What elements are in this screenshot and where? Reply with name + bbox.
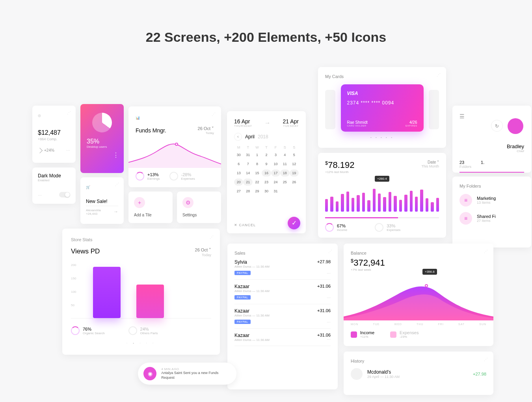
history-meta: 29 April — 11:30 AM [367, 375, 400, 379]
add-tile-card[interactable]: + Add a Tile [128, 192, 173, 223]
cal-day[interactable]: 7 [243, 160, 252, 168]
settings-label: Settings [182, 213, 216, 217]
cal-day[interactable]: 24 [271, 179, 280, 186]
cal-day[interactable]: 1 [253, 151, 262, 158]
sale-row[interactable]: KazaarAlllen Durss — 11:30 AM+31.06⋯ [234, 329, 331, 346]
sale-row[interactable]: KazaarAlllen Durss — 11:30 AM+31.06PAYPA… [234, 304, 331, 329]
gear-icon: ⚙ [182, 197, 193, 208]
drag-icon[interactable]: ⋰ [210, 235, 214, 239]
cal-day[interactable]: 6 [234, 160, 243, 168]
more-icon[interactable]: ⋯ [327, 320, 331, 324]
cal-day[interactable]: 18 [280, 169, 289, 177]
folder-item[interactable]: ≡Marketing13 Items [459, 194, 524, 207]
grid-tick: 100 [71, 290, 76, 294]
drag-icon[interactable]: ⋰ [328, 249, 332, 253]
drag-icon[interactable]: ⋰ [484, 249, 488, 253]
more-icon[interactable]: ⋯ [66, 148, 70, 153]
more-icon[interactable]: ⋯ [327, 296, 331, 300]
cal-day[interactable]: 11 [280, 160, 289, 168]
more-vert-icon[interactable]: ⋮ [113, 151, 119, 159]
date-filter-button[interactable]: Date ˅ [428, 160, 439, 164]
basket-icon: 🛒 [86, 185, 90, 189]
cal-day[interactable]: 10 [271, 160, 280, 168]
my-folders-title: My Folders [459, 184, 524, 188]
cal-day[interactable]: 13 [234, 169, 243, 177]
sales-title: Sales [234, 251, 331, 255]
drag-icon[interactable]: ⋰ [212, 112, 216, 116]
new-sale-card[interactable]: 🛒 ⋰ New Sale! Alexandria+24,443 → [80, 177, 124, 224]
cal-day[interactable]: 3 [271, 151, 280, 158]
cal-day[interactable]: 2 [262, 151, 271, 158]
cal-day[interactable]: 4 [280, 151, 289, 158]
more-icon[interactable]: ⋯ [327, 271, 331, 275]
kpi-value: 12,487 [38, 129, 61, 136]
cal-day[interactable]: 16 [262, 169, 271, 177]
cal-day[interactable]: 28 [243, 188, 252, 195]
cal-day[interactable]: 31 [271, 188, 280, 195]
date-to: 21 Apr [283, 118, 299, 125]
drag-icon[interactable]: ⋰ [484, 357, 488, 361]
avatar[interactable] [508, 118, 523, 134]
balance-tooltip: +356.8 [422, 269, 437, 275]
date-from: 16 Apr [234, 118, 252, 125]
card-next[interactable] [429, 90, 439, 129]
funds-sparkline [128, 140, 221, 168]
pager-dots[interactable]: · • · · · [71, 341, 211, 345]
refresh-icon[interactable]: ↻ [491, 120, 503, 132]
sale-row[interactable]: KazaarAlllen Durss — 11:30 AM+31.06PAYPA… [234, 280, 331, 304]
grid-tick: 50 [71, 303, 74, 307]
cal-day[interactable]: 30 [262, 188, 271, 195]
sale-row[interactable]: SylviaAlllen Durss — 11:30 AM+27.98PAYPA… [234, 255, 331, 280]
new-sale-amt: +24,443 [86, 212, 97, 216]
chart-tooltip: +280.4 [375, 176, 389, 182]
kpi-sub: +864 Comp. [38, 137, 70, 141]
balance-title: Balance [351, 251, 486, 255]
more-icon[interactable]: ⋯ [38, 193, 42, 197]
cal-day[interactable]: 9 [262, 160, 271, 168]
profile-name: Bradley [459, 143, 524, 149]
cal-day[interactable]: 26 [290, 179, 299, 186]
drag-icon[interactable]: ⋰ [437, 73, 441, 77]
cal-day[interactable]: 17 [271, 169, 280, 177]
drag-icon: ⋰ [115, 182, 119, 186]
confirm-button[interactable]: ✓ [288, 217, 300, 229]
cancel-button[interactable]: ✕ CANCEL [234, 223, 256, 227]
cal-day[interactable]: 14 [243, 169, 252, 177]
settings-card[interactable]: ⚙ Settings [177, 192, 221, 223]
calendar-grid[interactable]: MTWTFSS303112345678910111213141516171819… [234, 145, 299, 195]
notification-pill[interactable]: ◉ 4 MIN AGO Antalya Saint Sent you a new… [138, 363, 236, 385]
credit-card[interactable]: VISA 2374 **** **** 0094 Rae ShmidtCARD … [341, 84, 424, 132]
calendar-month: April [245, 134, 255, 140]
store-date-btn[interactable]: 26 Oct ˅ [195, 248, 211, 252]
drag-icon[interactable]: ⋰ [67, 110, 71, 115]
arrow-right-icon: → [113, 209, 118, 214]
cal-day[interactable]: 19 [290, 169, 299, 177]
more-icon[interactable]: ⋯ [327, 337, 331, 342]
cal-day[interactable]: 23 [262, 179, 271, 186]
folder-item[interactable]: ≡Shared Fi27 Items [459, 212, 524, 225]
profile-role: Chief [459, 149, 524, 153]
cal-day[interactable]: 29 [253, 188, 262, 195]
profile-stat-folders[interactable]: 23Folders [459, 160, 471, 169]
cal-day[interactable]: 21 [243, 179, 252, 186]
cal-day[interactable]: 22 [253, 179, 262, 186]
cal-day[interactable]: 12 [290, 160, 299, 168]
prev-month-button[interactable]: ‹ [234, 133, 242, 141]
cal-day[interactable]: 5 [290, 151, 299, 158]
balance-area-chart [344, 277, 493, 320]
carousel-dots[interactable]: • • • • • [325, 136, 439, 139]
history-row[interactable]: Mcdonald's29 April — 11:30 AM +27.98 [351, 368, 486, 380]
menu-icon[interactable]: ☰ [459, 113, 465, 119]
cal-day[interactable]: 25 [280, 179, 289, 186]
balance-card: Balance ⋰ 372,941 +7% last week +356.8 M… [344, 244, 493, 346]
cal-day[interactable]: 27 [234, 188, 243, 195]
cal-day[interactable]: 8 [253, 160, 262, 168]
income-stat: 67%Income [325, 223, 347, 232]
profile-stat-2[interactable]: 1. [481, 160, 484, 169]
funds-date-btn[interactable]: 26 Oct ˅ [198, 126, 214, 131]
dark-mode-toggle[interactable] [59, 192, 70, 197]
cal-day[interactable]: 20 [234, 179, 243, 186]
cal-day[interactable]: 15 [253, 169, 262, 177]
folder-stack-icon: ≡ [459, 194, 472, 207]
card-prev[interactable] [325, 90, 335, 129]
